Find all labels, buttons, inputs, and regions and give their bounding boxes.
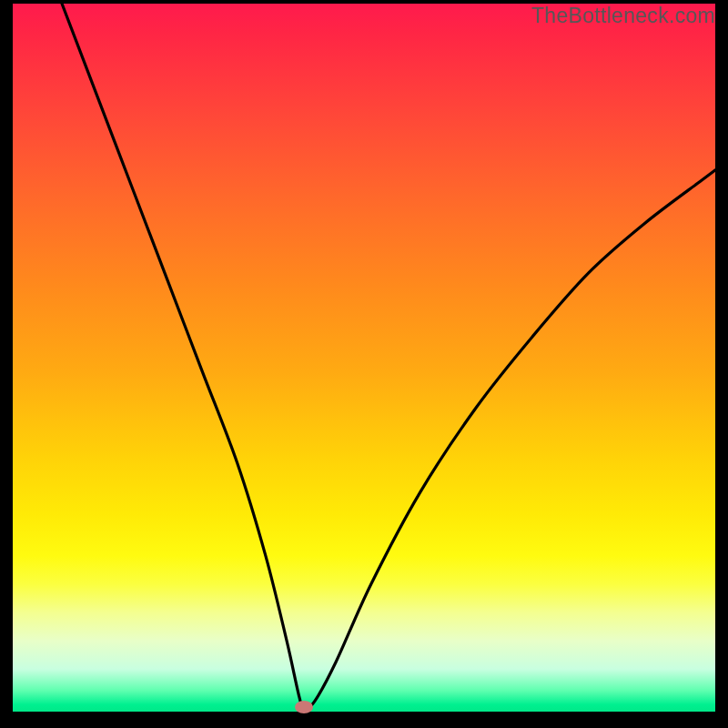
optimum-marker <box>295 701 313 713</box>
bottleneck-curve <box>62 4 715 708</box>
watermark-text: TheBottleneck.com <box>531 4 715 28</box>
gradient-plot-area <box>13 4 715 712</box>
curve-svg <box>13 4 715 712</box>
